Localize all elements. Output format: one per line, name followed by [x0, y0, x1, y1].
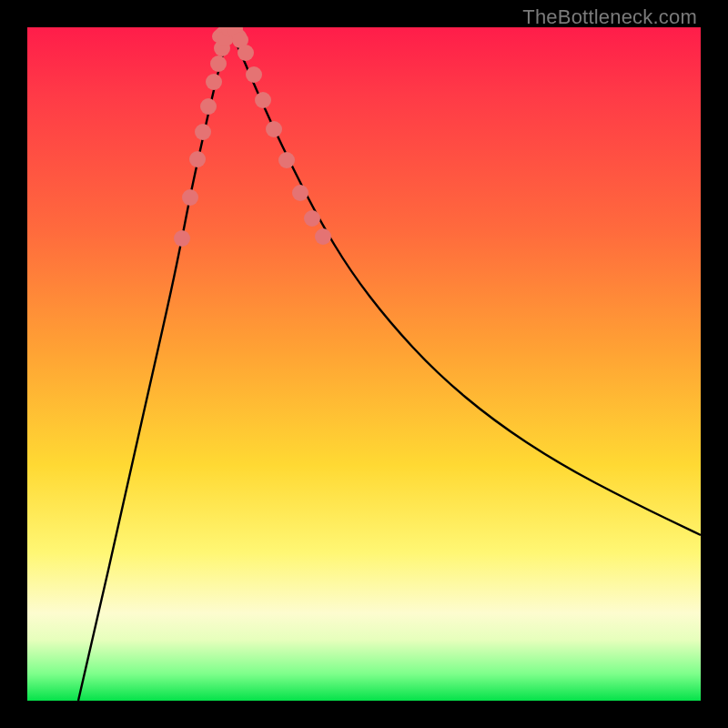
trough-marker-dot [292, 185, 308, 201]
trough-marker-dot [315, 228, 331, 245]
trough-marker-dot [255, 92, 271, 108]
trough-marker-dot [174, 230, 190, 247]
trough-marker-dot [200, 98, 217, 115]
plot-area [27, 27, 701, 701]
trough-marker-dot [238, 45, 254, 61]
chart-svg [27, 27, 701, 701]
trough-marker-dot [189, 151, 206, 167]
curve-right-branch [229, 29, 701, 535]
trough-marker-group [174, 27, 331, 247]
trough-marker-dot [182, 189, 198, 206]
chart-frame: TheBottleneck.com [0, 0, 728, 728]
trough-marker-dot [206, 74, 222, 90]
trough-marker-dot [278, 152, 295, 168]
trough-marker-dot [210, 56, 227, 72]
watermark-text: TheBottleneck.com [522, 5, 697, 29]
trough-marker-dot [266, 121, 282, 137]
trough-marker-dot [195, 124, 211, 140]
trough-marker-dot [246, 66, 262, 83]
trough-marker-dot [304, 210, 320, 227]
